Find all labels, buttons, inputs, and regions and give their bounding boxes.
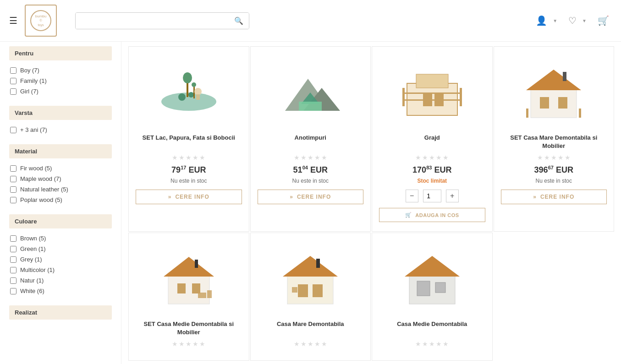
cere-info-button[interactable]: » CERE INFO: [258, 190, 364, 204]
product-card: SET Casa Medie Demontabila si Mobilier★★…: [128, 233, 249, 361]
filter-item[interactable]: Multicolor (1): [9, 265, 112, 275]
product-card: Grajd★★★★★17083 EURStoc limitat − + 🛒 AD…: [372, 46, 493, 232]
cart-action[interactable]: 🛒: [598, 15, 612, 26]
btn-label: CERE INFO: [540, 194, 574, 200]
filter-checkbox[interactable]: [10, 67, 16, 74]
cere-info-button[interactable]: » CERE INFO: [501, 190, 607, 204]
svg-rect-17: [402, 88, 405, 106]
product-stars: ★★★★★: [172, 154, 205, 161]
product-card: SET Casa Mare Demontabila si Mobilier★★★…: [494, 46, 615, 232]
svg-point-2: [188, 92, 194, 98]
product-image: [379, 240, 485, 313]
product-image: [258, 240, 364, 313]
filter-checkbox[interactable]: [10, 165, 16, 172]
adauga-cos-button[interactable]: 🛒 ADAUGA IN COS: [379, 208, 485, 222]
product-status: Nu este in stoc: [536, 178, 572, 184]
filter-checkbox[interactable]: [10, 246, 16, 252]
filter-item[interactable]: + 3 ani (7): [9, 125, 112, 135]
filter-item[interactable]: Boy (7): [9, 65, 112, 76]
svg-rect-18: [460, 88, 462, 106]
logo-box: bumbu©toys: [25, 5, 57, 37]
product-card: Casa Mare Demontabila★★★★★: [250, 233, 371, 361]
account-icon: 👤: [536, 15, 547, 26]
header-actions: 👤 ▼ ♡ ▼ 🛒: [536, 15, 612, 26]
main-content: SET Lac, Papura, Fata si Bobocii★★★★★791…: [121, 42, 621, 364]
product-image: [379, 54, 485, 127]
filter-item[interactable]: Girl (7): [9, 86, 112, 97]
filter-checkbox[interactable]: [10, 235, 16, 242]
filter-item[interactable]: Family (1): [9, 76, 112, 86]
filter-item[interactable]: Grey (1): [9, 254, 112, 265]
filter-item[interactable]: Natural leather (5): [9, 184, 112, 195]
product-stars: ★★★★★: [294, 154, 327, 161]
product-card: SET Lac, Papura, Fata si Bobocii★★★★★791…: [128, 46, 249, 232]
svg-rect-26: [526, 109, 528, 118]
filter-label: Green (1): [20, 245, 46, 252]
filter-item[interactable]: Green (1): [9, 244, 112, 254]
sidebar-filters: PentruBoy (7)Family (1)Girl (7)Varsta+ 3…: [9, 46, 112, 320]
search-input[interactable]: [76, 13, 229, 29]
svg-rect-24: [558, 97, 567, 109]
filter-checkbox[interactable]: [10, 88, 16, 95]
filter-checkbox[interactable]: [10, 288, 16, 294]
filter-item[interactable]: Poplar wood (5): [9, 195, 112, 205]
product-stars: ★★★★★: [415, 340, 449, 348]
product-stars: ★★★★★: [537, 154, 571, 161]
filter-checkbox[interactable]: [10, 186, 16, 193]
svg-rect-23: [540, 97, 549, 109]
chevrons-icon: »: [290, 194, 293, 200]
filter-label: Boy (7): [20, 67, 39, 74]
product-name: Anotimpuri: [295, 134, 326, 150]
filter-label: Poplar wood (5): [20, 196, 62, 203]
filter-label: Natur (1): [20, 277, 44, 284]
account-chevron: ▼: [553, 18, 557, 23]
filter-label: + 3 ani (7): [20, 126, 47, 133]
qty-plus-button[interactable]: +: [446, 190, 459, 202]
favorites-action[interactable]: ♡ ▼: [568, 15, 587, 26]
filter-section-varsta: Varsta+ 3 ani (7): [9, 106, 112, 135]
filter-section-material: MaterialFir wood (5)Maple wood (7)Natura…: [9, 144, 112, 205]
svg-rect-12: [299, 102, 322, 111]
filter-title: Realizat: [9, 305, 112, 320]
filter-checkbox[interactable]: [10, 267, 16, 273]
chevrons-icon: »: [168, 194, 172, 200]
filter-checkbox[interactable]: [10, 127, 16, 133]
filter-checkbox[interactable]: [10, 256, 16, 263]
filter-item[interactable]: Fir wood (5): [9, 163, 112, 174]
svg-rect-32: [195, 260, 198, 268]
filter-item[interactable]: Brown (5): [9, 233, 112, 244]
btn-label: CERE INFO: [175, 194, 209, 200]
logo-area[interactable]: bumbu©toys: [25, 5, 61, 37]
filter-checkbox[interactable]: [10, 197, 16, 203]
svg-marker-29: [164, 257, 214, 277]
filter-label: Maple wood (7): [20, 175, 61, 182]
svg-rect-38: [313, 284, 323, 297]
svg-rect-19: [402, 92, 462, 94]
filter-item[interactable]: Maple wood (7): [9, 174, 112, 184]
site-header: ☰ bumbu©toys 🔍 👤 ▼ ♡ ▼ 🛒: [0, 0, 621, 42]
svg-point-4: [183, 72, 192, 83]
svg-rect-34: [207, 290, 212, 298]
search-button[interactable]: 🔍: [229, 13, 249, 29]
search-bar: 🔍: [75, 12, 249, 29]
qty-minus-button[interactable]: −: [406, 190, 418, 202]
svg-rect-8: [196, 94, 200, 100]
hamburger-menu-icon[interactable]: ☰: [9, 15, 17, 26]
filter-label: Multicolor (1): [20, 266, 55, 273]
filter-checkbox[interactable]: [10, 277, 16, 284]
filter-label: Girl (7): [20, 88, 38, 95]
filter-label: Natural leather (5): [20, 186, 68, 193]
account-action[interactable]: 👤 ▼: [536, 15, 557, 26]
svg-point-1: [178, 93, 186, 101]
filter-item[interactable]: White (6): [9, 286, 112, 296]
filter-item[interactable]: Natur (1): [9, 275, 112, 286]
product-name: SET Casa Medie Demontabila si Mobilier: [136, 320, 242, 337]
filter-title: Culoare: [9, 214, 112, 228]
filter-checkbox[interactable]: [10, 78, 16, 84]
product-status: Nu este in stoc: [170, 178, 207, 184]
qty-input[interactable]: [423, 190, 441, 202]
cere-info-button[interactable]: » CERE INFO: [136, 190, 242, 204]
filter-label: Brown (5): [20, 235, 46, 242]
filter-checkbox[interactable]: [10, 176, 16, 182]
svg-rect-21: [531, 88, 577, 118]
